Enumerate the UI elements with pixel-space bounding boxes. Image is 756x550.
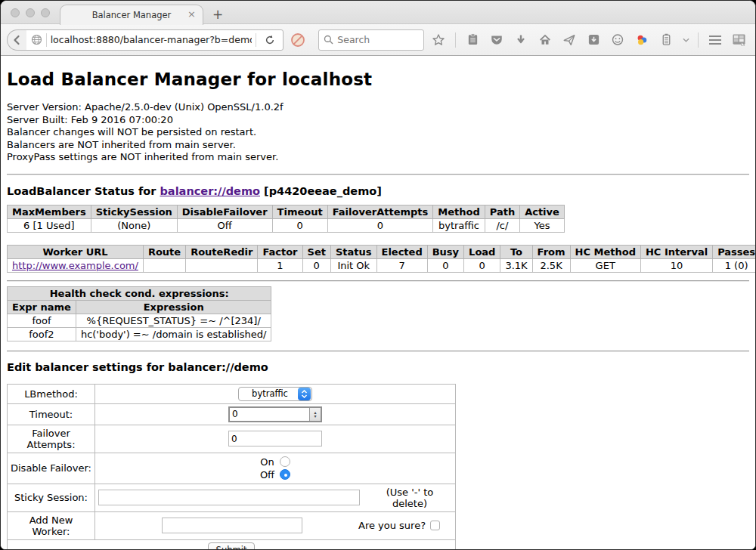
menu-button[interactable] bbox=[705, 30, 725, 50]
confirm-checkbox[interactable] bbox=[430, 521, 440, 530]
battery-icon bbox=[661, 33, 672, 46]
disable-failover-label: Disable Failover: bbox=[8, 453, 95, 484]
bookmark-star-icon bbox=[432, 33, 445, 47]
col-timeout: Timeout bbox=[272, 205, 327, 218]
cell-busy: 0 bbox=[427, 258, 463, 272]
edit-settings-heading: Edit balancer settings for balancer://de… bbox=[7, 361, 749, 373]
cell-hc-method: GET bbox=[570, 258, 640, 272]
cell-stickysession: (None) bbox=[91, 218, 177, 232]
tab-close-icon[interactable]: × bbox=[187, 9, 196, 19]
cell-failoverattempts: 0 bbox=[327, 218, 433, 232]
send-to-device-button[interactable] bbox=[559, 30, 579, 50]
divider bbox=[7, 280, 749, 282]
url-divider bbox=[256, 33, 256, 47]
reload-button[interactable] bbox=[260, 30, 280, 50]
divider bbox=[7, 174, 749, 175]
col-path: Path bbox=[485, 205, 519, 218]
chat-smiley-icon bbox=[611, 33, 624, 47]
col-hc-method: HC Method bbox=[570, 245, 640, 258]
disable-failover-off-option: Off bbox=[98, 468, 452, 481]
caret-down-icon bbox=[683, 38, 689, 42]
col-from: From bbox=[532, 245, 570, 258]
select-stepper-icon bbox=[298, 388, 311, 400]
add-worker-input[interactable] bbox=[162, 518, 302, 533]
disable-failover-off-radio[interactable] bbox=[280, 469, 290, 480]
lbmethod-select[interactable]: bytraffic bbox=[238, 387, 312, 401]
search-input[interactable] bbox=[337, 34, 419, 45]
col-to: To bbox=[500, 245, 532, 258]
disable-failover-on-radio[interactable] bbox=[280, 456, 290, 467]
navigation-toolbar bbox=[1, 24, 755, 56]
notice-inherit: Balancers are NOT inherited from main se… bbox=[7, 139, 749, 152]
downloads-button[interactable] bbox=[511, 30, 531, 50]
notice-persist: Balancer changes will NOT be persisted o… bbox=[7, 126, 749, 139]
home-button[interactable] bbox=[535, 30, 555, 50]
confirm-label: Are you sure? bbox=[358, 520, 426, 531]
form-row-submit: Submit bbox=[8, 539, 456, 549]
cell-elected: 7 bbox=[376, 258, 427, 272]
extension-button[interactable] bbox=[656, 30, 676, 50]
search-bar[interactable] bbox=[318, 29, 424, 51]
back-button[interactable] bbox=[7, 29, 26, 51]
timeout-input[interactable] bbox=[230, 408, 309, 421]
status-heading-suffix: [p4420eeae_demo] bbox=[260, 185, 382, 197]
pocket-button[interactable] bbox=[487, 30, 507, 50]
divider bbox=[7, 351, 749, 352]
col-routeredir: RouteRedir bbox=[186, 245, 258, 258]
table-row: foof2 hc('body') =~ /domain is establish… bbox=[8, 327, 271, 341]
form-row-add-worker: Add New Worker: Are you sure? bbox=[8, 511, 456, 539]
reload-icon bbox=[265, 35, 275, 45]
extension-dropdown-button[interactable] bbox=[680, 30, 691, 50]
toolbar-separator bbox=[698, 32, 699, 48]
minimize-window-button[interactable] bbox=[26, 8, 35, 17]
server-built: Server Built: Feb 9 2016 07:00:20 bbox=[7, 114, 749, 127]
table-header-row: MaxMembers StickySession DisableFailover… bbox=[8, 205, 565, 218]
table-title-row: Health check cond. expressions: bbox=[8, 286, 271, 300]
save-to-pocket-button[interactable] bbox=[584, 30, 603, 50]
clipboard-icon bbox=[466, 33, 479, 46]
cell-to: 3.1K bbox=[500, 258, 532, 272]
failover-attempts-input[interactable] bbox=[228, 431, 322, 446]
block-request-button[interactable] bbox=[288, 30, 308, 50]
close-window-button[interactable] bbox=[11, 8, 20, 17]
cell-route bbox=[143, 258, 185, 272]
number-spinner-icon[interactable]: ▴▾ bbox=[309, 408, 321, 421]
table-row: foof %{REQUEST_STATUS} =~ /^[234]/ bbox=[8, 314, 271, 327]
submit-button[interactable]: Submit bbox=[208, 542, 256, 550]
lbmethod-label: LBmethod: bbox=[8, 384, 95, 403]
cell-path: /c/ bbox=[485, 218, 519, 232]
form-row-lbmethod: LBmethod: bytraffic bbox=[8, 384, 456, 403]
balancer-link[interactable]: balancer://demo bbox=[160, 185, 260, 197]
health-check-table: Health check cond. expressions: Expr nam… bbox=[7, 286, 271, 341]
timeout-label: Timeout: bbox=[8, 403, 95, 425]
container-colors-button[interactable] bbox=[632, 30, 652, 50]
reading-list-button[interactable] bbox=[463, 30, 482, 50]
forum-button[interactable] bbox=[608, 30, 627, 50]
server-version: Server Version: Apache/2.5.0-dev (Unix) … bbox=[7, 101, 749, 114]
screenshot-extension-button[interactable] bbox=[730, 30, 749, 50]
col-disablefailover: DisableFailover bbox=[177, 205, 272, 218]
hc-table-title: Health check cond. expressions: bbox=[8, 286, 271, 300]
bookmark-button[interactable] bbox=[429, 30, 448, 50]
cell-factor: 1 bbox=[258, 258, 302, 272]
window-controls bbox=[11, 8, 50, 17]
sticky-session-input[interactable] bbox=[98, 490, 360, 505]
cell-load: 0 bbox=[464, 258, 500, 272]
zoom-window-button[interactable] bbox=[41, 8, 50, 17]
url-input[interactable] bbox=[51, 34, 253, 45]
timeout-field-wrap: ▴▾ bbox=[228, 406, 322, 422]
tab-balancer-manager[interactable]: Balancer Manager × bbox=[60, 5, 203, 25]
sticky-session-hint: (Use '-' to delete) bbox=[367, 487, 452, 509]
cell-method: bytraffic bbox=[433, 218, 485, 232]
col-route: Route bbox=[143, 245, 185, 258]
url-bar[interactable] bbox=[26, 29, 284, 51]
status-heading: LoadBalancer Status for balancer://demo … bbox=[7, 185, 749, 197]
cell-timeout: 0 bbox=[272, 218, 327, 232]
balancer-status-table: MaxMembers StickySession DisableFailover… bbox=[7, 205, 565, 233]
new-tab-button[interactable]: + bbox=[212, 7, 223, 22]
cell-routeredir bbox=[186, 258, 258, 272]
cell-hc-interval: 10 bbox=[640, 258, 712, 272]
worker-url-link[interactable]: http://www.example.com/ bbox=[12, 260, 138, 271]
col-status: Status bbox=[330, 245, 376, 258]
search-icon bbox=[324, 35, 333, 45]
